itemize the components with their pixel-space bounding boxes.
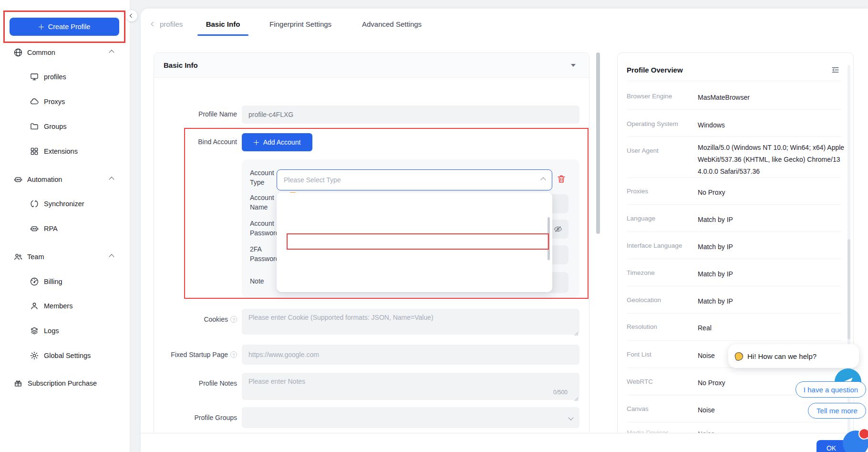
overview-row-label: Language	[627, 215, 655, 222]
sidebar-item-profiles[interactable]: profiles	[30, 71, 66, 83]
sidebar-item-global-settings[interactable]: Global Settings	[30, 350, 91, 361]
eye-off-icon	[553, 224, 563, 234]
overview-row-value: No Proxy	[698, 187, 846, 199]
overview-row-label: Geolocation	[627, 296, 661, 304]
sidebar-item-groups[interactable]: Groups	[30, 121, 67, 132]
sidebar-item-extensions[interactable]: Extensions	[30, 146, 78, 157]
overview-row-value: Match by IP	[698, 214, 846, 226]
toggle-password-visibility[interactable]	[553, 224, 563, 236]
sidebar-item-billing[interactable]: Billing	[30, 276, 62, 287]
overview-row-label: User Agent	[627, 147, 659, 154]
footer-bar: OK	[141, 433, 868, 452]
overview-row-value: Match by IP	[698, 241, 846, 253]
create-profile-label: Create Profile	[48, 23, 91, 31]
cookies-textarea[interactable]	[242, 309, 579, 335]
divider	[627, 81, 841, 81]
gift-icon	[13, 378, 23, 388]
overview-row-value: MasMateBrowser	[698, 92, 846, 104]
tab-advanced-settings[interactable]: Advanced Settings	[362, 20, 422, 28]
sidebar-section-team[interactable]: Team	[13, 251, 123, 263]
main-scrollbar[interactable]	[596, 53, 600, 234]
account-type-select[interactable]: Please Select Type	[277, 169, 552, 190]
sidebar-section-automation[interactable]: Automation	[13, 174, 123, 185]
chat-notification-badge	[858, 428, 868, 440]
collapse-triangle-icon[interactable]	[571, 64, 576, 67]
team-icon	[13, 252, 23, 262]
bind-account-label: Bind Account	[143, 138, 237, 146]
cloud-icon	[30, 97, 39, 106]
chevron-up-icon	[109, 177, 114, 182]
ok-button[interactable]: OK	[816, 440, 846, 452]
resize-handle-icon[interactable]	[574, 329, 579, 338]
sidebar-item-label: RPA	[44, 225, 58, 232]
help-icon[interactable]	[230, 351, 237, 358]
divider	[627, 259, 841, 259]
dropdown-scrollbar[interactable]	[548, 217, 550, 260]
app-window: Create Profile Common profiles Proxys Gr…	[0, 0, 868, 452]
overview-row-label: Timezone	[627, 269, 655, 276]
collapse-panel-icon[interactable]	[831, 65, 840, 76]
person-icon	[30, 301, 39, 311]
divider	[627, 178, 841, 178]
dropdown-item-partial[interactable]	[277, 192, 552, 197]
sidebar-section-label: Team	[27, 253, 44, 261]
sidebar-item-logs[interactable]: Logs	[30, 325, 59, 336]
sidebar-section-common[interactable]: Common	[13, 47, 123, 58]
basic-info-card-header[interactable]: Basic Info	[154, 53, 589, 78]
delete-account-button[interactable]	[556, 174, 567, 186]
divider	[627, 313, 841, 314]
partial-platform-icon	[288, 192, 298, 193]
overview-row-label: Interface Language	[627, 242, 682, 249]
overview-row-label: Browser Engine	[627, 93, 672, 100]
create-profile-button[interactable]: Create Profile	[10, 18, 119, 36]
sidebar-item-label: Extensions	[44, 147, 78, 155]
sidebar-item-proxys[interactable]: Proxys	[30, 96, 65, 107]
help-icon[interactable]	[230, 316, 237, 323]
sidebar-item-rpa[interactable]: RPA	[30, 223, 58, 234]
chevron-up-icon	[540, 177, 546, 182]
sidebar-collapse-button[interactable]	[126, 10, 137, 21]
overview-row-value: Match by IP	[698, 295, 846, 307]
profile-name-input[interactable]	[242, 105, 579, 124]
sidebar-item-synchronizer[interactable]: Synchronizer	[30, 198, 84, 210]
sync-icon	[30, 199, 39, 209]
overview-row-label: Resolution	[627, 323, 657, 330]
sidebar-item-members[interactable]: Members	[30, 300, 72, 312]
divider	[627, 422, 841, 422]
robot-icon	[30, 224, 39, 233]
overview-row-label: Canvas	[627, 405, 649, 412]
overview-row-label: Font List	[627, 351, 651, 358]
back-link-label: profiles	[160, 20, 183, 28]
account-type-dropdown: instagram.com whatsapp.com tiktok.com sh…	[277, 192, 552, 292]
chat-greeting-bubble[interactable]: Hi! How can we help?	[728, 344, 859, 368]
divider	[627, 286, 841, 286]
add-account-label: Add Account	[263, 138, 301, 146]
back-to-profiles-link[interactable]: profiles	[152, 20, 183, 28]
sidebar-item-label: Global Settings	[44, 352, 91, 359]
fixed-startup-page-input[interactable]	[242, 345, 579, 365]
notes-char-counter: 0/500	[553, 389, 568, 396]
overview-row-label: WebRTC	[627, 378, 653, 385]
fixed-startup-page-label: Fixed Startup Page	[143, 351, 237, 358]
sidebar-item-label: Proxys	[44, 98, 65, 105]
overview-row-label: Operating System	[627, 120, 678, 127]
profile-name-label: Profile Name	[143, 110, 237, 118]
profile-notes-textarea[interactable]	[242, 373, 579, 400]
tab-basic-info[interactable]: Basic Info	[197, 20, 248, 28]
chat-quick-reply-more[interactable]: Tell me more	[808, 403, 866, 419]
chat-quick-reply-question[interactable]: I have a question	[796, 381, 866, 398]
overview-row-label: Proxies	[627, 188, 648, 195]
tab-fingerprint-settings[interactable]: Fingerprint Settings	[269, 20, 331, 28]
sidebar-section-label: Common	[27, 49, 55, 56]
monitor-icon	[30, 72, 39, 82]
sidebar-item-label: Members	[44, 302, 72, 310]
add-account-button[interactable]: Add Account	[242, 133, 312, 151]
layers-icon	[30, 326, 39, 336]
resize-handle-icon[interactable]	[574, 395, 579, 403]
profile-overview-title: Profile Overview	[627, 66, 683, 74]
grid-icon	[30, 147, 39, 156]
profile-groups-select[interactable]	[242, 407, 579, 428]
sidebar-item-label: Logs	[44, 327, 59, 335]
sidebar-item-subscription-purchase[interactable]: Subscription Purchase	[13, 378, 97, 389]
sidebar-item-label: Subscription Purchase	[28, 379, 97, 387]
